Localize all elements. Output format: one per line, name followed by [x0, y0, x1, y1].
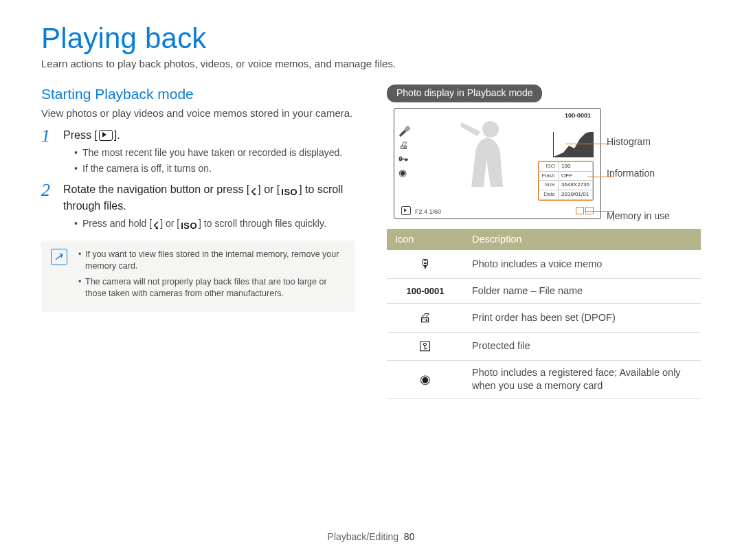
th-description: Description	[464, 229, 701, 251]
table-row: ⚿Protected file	[387, 332, 701, 360]
section-pill: Photo display in Playback mode	[387, 85, 542, 102]
note-icon	[51, 249, 67, 265]
step1-bullet-1: The most recent file you have taken or r…	[74, 146, 355, 159]
table-row: 100-0001Folder name – File name	[387, 278, 701, 304]
intro-text: Learn actions to play back photos, video…	[41, 57, 701, 71]
flash-icon: ☇	[251, 186, 256, 199]
table-row: 🎙Photo includes a voice memo	[387, 250, 701, 278]
footer-section: Playback/Editing	[328, 531, 399, 542]
icon-description-table: Icon Description 🎙Photo includes a voice…	[387, 229, 701, 399]
iso-icon: ISO	[281, 186, 297, 199]
step1-text-b: ].	[114, 129, 120, 141]
voice-memo-icon: 🎤	[398, 126, 410, 136]
info-date-key: Date	[539, 190, 559, 200]
row-icon-print: 🖨	[387, 304, 464, 332]
playback-mode-icon	[401, 206, 411, 215]
info-iso-key: ISO	[539, 161, 559, 171]
left-column: Starting Playback mode View photos or pl…	[41, 85, 355, 399]
step2-text-a: Rotate the navigation button or press [	[63, 183, 249, 195]
step2-bullet-a: Press and hold [	[82, 218, 152, 229]
footer-page: 80	[404, 531, 415, 542]
step2-bullet-b: ] or [	[160, 218, 179, 229]
page-title: Playing back	[41, 19, 701, 58]
exposure-text: F2.4 1/60	[415, 208, 441, 215]
info-iso-val: 100	[559, 161, 593, 171]
info-flash-key: Flash	[539, 171, 559, 181]
key-icon: 🗝	[398, 154, 410, 164]
section-para: View photos or play videos and voice mem…	[41, 107, 355, 120]
photo-person-silhouette	[449, 113, 532, 209]
step-1: 1 Press []. The most recent file you hav…	[41, 128, 355, 175]
iso-icon: ISO	[181, 220, 197, 232]
info-box: ISO100 FlashOFF Size3648X2736 Date2010/0…	[538, 161, 594, 201]
step2-bullet-c: ] to scroll through files quickly.	[199, 218, 326, 229]
flash-icon: ☇	[153, 219, 159, 232]
row-icon-voice: 🎙	[387, 250, 464, 278]
callout-histogram: Histogram	[607, 135, 651, 148]
lcd-preview: 100-0001 🎤 🖨 🗝 ◉	[394, 108, 601, 219]
face-icon: ◉	[398, 168, 410, 177]
th-icon: Icon	[387, 229, 464, 251]
playback-icon	[99, 130, 113, 141]
printer-icon: 🖨	[398, 140, 410, 150]
step1-text-a: Press [	[63, 129, 98, 141]
lcd-side-icons: 🎤 🖨 🗝 ◉	[398, 126, 410, 177]
step-2: 2 Rotate the navigation button or press …	[41, 182, 355, 232]
histogram-graphic	[553, 132, 594, 157]
step-number-2: 2	[41, 178, 50, 202]
note-item-2: The camera will not properly play back f…	[78, 276, 344, 300]
lcd-bottom-bar: F2.4 1/60	[401, 206, 594, 216]
row-desc-protected: Protected file	[464, 332, 701, 360]
note-box: If you want to view files stored in the …	[41, 240, 355, 312]
row-icon-face: ◉	[387, 360, 464, 399]
row-icon-protected: ⚿	[387, 332, 464, 360]
info-size-key: Size	[539, 181, 559, 190]
step1-bullet-2: If the camera is off, it turns on.	[74, 162, 355, 175]
section-heading: Starting Playback mode	[41, 85, 355, 104]
row-desc-face: Photo includes a registered face; Availa…	[464, 360, 701, 399]
row-icon-file: 100-0001	[387, 278, 464, 304]
callout-information: Information	[607, 167, 655, 180]
row-desc-print: Print order has been set (DPOF)	[464, 304, 701, 332]
note-item-1: If you want to view files stored in the …	[78, 249, 344, 272]
step2-bullet: Press and hold [☇] or [ISO] to scroll th…	[74, 217, 355, 232]
step-number-1: 1	[41, 124, 50, 148]
file-label: 100-0001	[565, 111, 591, 120]
right-column: Photo display in Playback mode 100-0001 …	[387, 85, 701, 399]
row-desc-voice: Photo includes a voice memo	[464, 250, 701, 278]
info-date-val: 2010/01/01	[559, 190, 593, 200]
row-desc-file: Folder name – File name	[464, 278, 701, 304]
footer: Playback/Editing 80	[0, 530, 742, 544]
callout-memory: Memory in use	[607, 210, 670, 223]
table-row: 🖨Print order has been set (DPOF)	[387, 304, 701, 332]
info-size-val: 3648X2736	[559, 181, 593, 190]
table-row: ◉Photo includes a registered face; Avail…	[387, 360, 701, 399]
step2-text-b: ] or [	[258, 183, 280, 195]
